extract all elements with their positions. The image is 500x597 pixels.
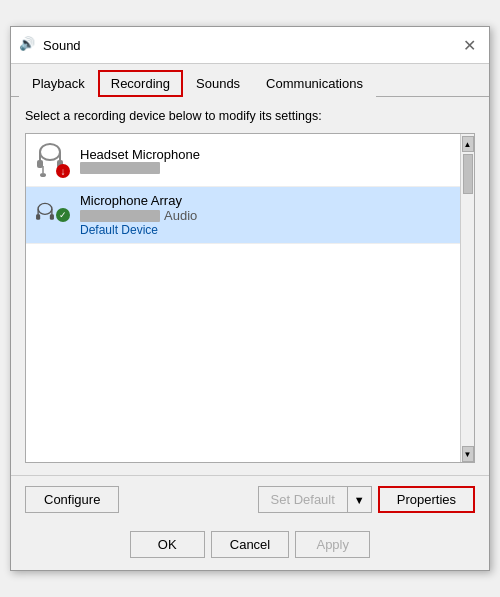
mic-array-icon: ✓ <box>34 195 70 235</box>
close-button[interactable]: ✕ <box>457 33 481 57</box>
set-default-button[interactable]: Set Default <box>258 486 347 513</box>
scroll-down[interactable]: ▼ <box>462 446 474 462</box>
tab-communications[interactable]: Communications <box>253 70 376 97</box>
device-item-headset[interactable]: ↓ Headset Microphone <box>26 134 460 187</box>
sound-dialog: 🔊 Sound ✕ Playback Recording Sounds Comm… <box>10 26 490 571</box>
device-item-mic-array[interactable]: ✓ Microphone Array Audio Default Device <box>26 187 460 244</box>
set-default-dropdown[interactable]: ▼ <box>347 486 372 513</box>
tab-bar: Playback Recording Sounds Communications <box>11 64 489 97</box>
mic-audio-label: Audio <box>164 208 197 223</box>
device-list: ↓ Headset Microphone <box>25 133 475 463</box>
headset-mic-icon: ↓ <box>34 140 70 180</box>
description-text: Select a recording device below to modif… <box>25 109 475 123</box>
headset-audio-bar <box>80 162 160 174</box>
scrollbar[interactable]: ▲ ▼ <box>460 134 474 462</box>
content-area: Select a recording device below to modif… <box>11 97 489 475</box>
window-title: Sound <box>43 38 81 53</box>
svg-point-7 <box>38 203 52 214</box>
svg-rect-2 <box>37 160 43 168</box>
right-controls: Set Default ▼ Properties <box>258 486 475 513</box>
bottom-bar: Configure Set Default ▼ Properties <box>11 475 489 523</box>
configure-button[interactable]: Configure <box>25 486 119 513</box>
set-default-group: Set Default ▼ <box>258 486 372 513</box>
properties-button[interactable]: Properties <box>378 486 475 513</box>
sound-icon: 🔊 <box>19 36 37 54</box>
default-device-badge: ✓ <box>56 208 70 222</box>
scroll-up[interactable]: ▲ <box>462 136 474 152</box>
default-device-label: Default Device <box>80 223 452 237</box>
svg-rect-9 <box>36 214 40 220</box>
mic-array-sub: Audio <box>80 208 452 223</box>
tab-playback[interactable]: Playback <box>19 70 98 97</box>
mic-array-name: Microphone Array <box>80 193 452 208</box>
footer-buttons: OK Cancel Apply <box>11 523 489 570</box>
apply-button[interactable]: Apply <box>295 531 370 558</box>
tab-sounds[interactable]: Sounds <box>183 70 253 97</box>
scroll-thumb[interactable] <box>463 154 473 194</box>
device-list-inner: ↓ Headset Microphone <box>26 134 460 462</box>
mic-audio-bar <box>80 210 160 222</box>
tab-recording[interactable]: Recording <box>98 70 183 97</box>
svg-point-6 <box>40 173 46 177</box>
svg-point-0 <box>40 144 60 160</box>
headset-status <box>80 162 452 174</box>
mic-array-info: Microphone Array Audio Default Device <box>80 193 452 237</box>
ok-button[interactable]: OK <box>130 531 205 558</box>
title-bar: 🔊 Sound ✕ <box>11 27 489 64</box>
headset-name: Headset Microphone <box>80 147 452 162</box>
mic-svg <box>34 196 56 234</box>
headset-info: Headset Microphone <box>80 147 452 174</box>
disabled-badge: ↓ <box>56 164 70 178</box>
svg-rect-11 <box>50 214 54 220</box>
title-bar-left: 🔊 Sound <box>19 36 81 54</box>
cancel-button[interactable]: Cancel <box>211 531 289 558</box>
